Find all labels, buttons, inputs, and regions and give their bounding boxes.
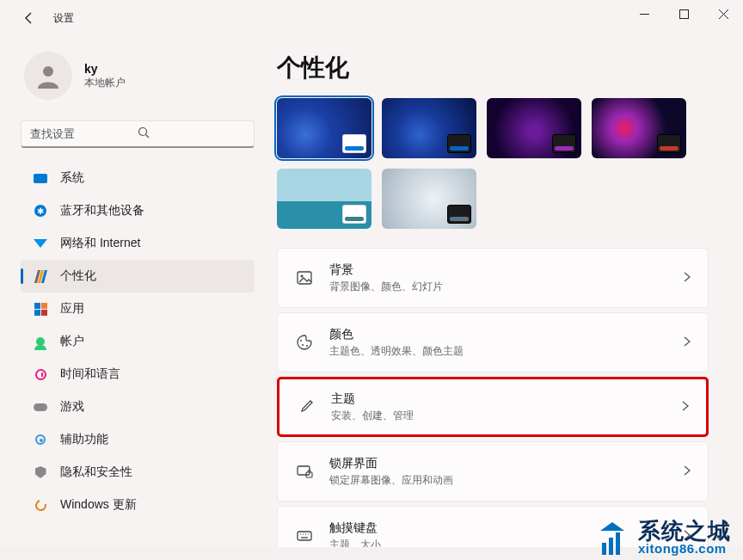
theme-preset-3[interactable] [487,98,581,158]
nav-personalization[interactable]: 个性化 [21,260,255,292]
gaming-icon [33,399,48,415]
nav-gaming[interactable]: 游戏 [21,391,255,423]
svg-point-2 [43,66,53,77]
search-placeholder: 查找设置 [30,126,138,142]
avatar [24,52,72,100]
maximize-button[interactable] [664,0,703,28]
palette-icon [293,334,316,351]
user-subtitle: 本地帐户 [84,76,126,90]
nav-network[interactable]: 网络和 Internet [21,227,255,260]
watermark-text: 系统之城 [638,520,731,542]
accessibility-icon [33,432,48,447]
user-profile[interactable]: ky 本地帐户 [21,46,260,112]
clock-icon [33,366,48,382]
back-button[interactable] [21,9,38,27]
nav-privacy[interactable]: 隐私和安全性 [21,456,255,489]
picture-icon [293,269,316,286]
theme-preset-4[interactable] [592,98,686,158]
close-button[interactable] [703,0,743,28]
shield-icon [33,465,48,480]
nav-system[interactable]: 系统 [21,162,255,194]
nav-update[interactable]: Windows 更新 [21,489,255,521]
watermark-logo [595,520,629,555]
minimize-button[interactable] [624,0,664,28]
page-title: 个性化 [277,52,719,84]
svg-point-3 [139,128,147,136]
system-icon [33,170,48,186]
setting-colors[interactable]: 颜色主题色、透明效果、颜色主题 [277,312,709,372]
chevron-right-icon [682,270,692,286]
chevron-right-icon [682,464,692,479]
bluetooth-icon: ✱ [33,203,48,218]
search-icon [138,126,245,141]
chevron-right-icon [680,399,691,415]
user-name: ky [84,62,126,76]
chevron-right-icon [682,335,692,350]
apps-icon [33,301,48,317]
nav-accessibility[interactable]: 辅助功能 [21,423,255,456]
svg-point-7 [300,340,302,342]
theme-preset-1[interactable] [277,98,372,158]
search-input[interactable]: 查找设置 [21,120,255,148]
update-icon [33,497,48,513]
theme-preset-6[interactable] [382,169,476,229]
theme-grid [277,98,715,229]
watermark-url: xitong86.com [638,542,731,555]
wifi-icon [33,236,48,251]
svg-line-4 [146,135,150,138]
svg-point-6 [301,275,304,278]
watermark: 系统之城 xitong86.com [595,520,731,555]
accounts-icon [33,334,48,349]
window-title: 设置 [53,11,74,26]
svg-rect-1 [679,9,688,18]
nav-bluetooth[interactable]: ✱蓝牙和其他设备 [21,194,255,227]
setting-themes[interactable]: 主题安装、创建、管理 [277,377,709,437]
svg-point-9 [306,345,308,347]
keyboard-icon [293,527,316,545]
svg-rect-12 [298,532,311,540]
personalization-icon [33,268,48,284]
svg-point-8 [302,344,304,346]
nav-apps[interactable]: 应用 [21,292,255,325]
nav-accounts[interactable]: 帐户 [21,325,255,358]
nav-time[interactable]: 时间和语言 [21,358,255,391]
setting-background[interactable]: 背景背景图像、颜色、幻灯片 [277,248,709,308]
brush-icon [295,398,317,415]
lockscreen-icon [293,463,316,480]
theme-preset-2[interactable] [382,98,476,158]
setting-lockscreen[interactable]: 锁屏界面锁定屏幕图像、应用和动画 [277,441,709,502]
theme-preset-5[interactable] [277,169,372,229]
